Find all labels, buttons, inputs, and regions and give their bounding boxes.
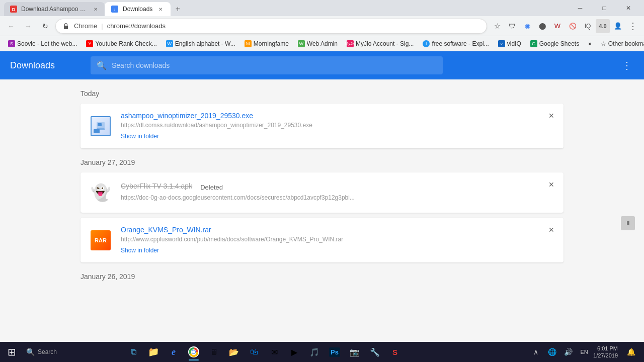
close-button[interactable]: ✕ xyxy=(617,0,640,16)
maximize-button[interactable]: □ xyxy=(593,0,616,16)
omnibox-separator: | xyxy=(101,22,103,30)
tab-downloads[interactable]: ↓ Downloads ✕ xyxy=(105,2,171,16)
extension-3-icon[interactable]: W xyxy=(550,19,565,33)
pause-downloads-button[interactable]: ⏸ xyxy=(621,216,635,230)
extension-5-icon[interactable]: IQ xyxy=(581,19,595,33)
tray-keyboard-icon[interactable]: EN xyxy=(577,345,591,359)
bookmark-favicon-vidiq: v xyxy=(498,40,505,47)
omnibox-url: chrome://downloads xyxy=(107,22,166,30)
taskbar-file-explorer[interactable]: 📁 xyxy=(144,342,163,361)
taskbar-camera[interactable]: 📷 xyxy=(345,342,364,361)
taskbar-folder[interactable]: 📂 xyxy=(224,342,244,361)
omnibox-site: Chrome xyxy=(74,22,97,30)
search-input[interactable] xyxy=(112,61,437,69)
exe-icon xyxy=(91,116,111,136)
taskbar-chrome[interactable] xyxy=(184,342,203,361)
rar-icon: RAR xyxy=(91,230,111,250)
bookmark-freesoftware[interactable]: f free software - Expl... xyxy=(419,38,493,50)
bookmark-favicon-soovle: S xyxy=(8,40,15,47)
download-filename-orange[interactable]: Orange_KVMS_Pro_WIN.rar xyxy=(121,226,555,234)
taskbar-app14[interactable]: 🔧 xyxy=(365,342,384,361)
taskbar-control-panel[interactable]: 🖥 xyxy=(204,342,223,361)
download-info-orange: Orange_KVMS_Pro_WIN.rar http://www.cpplu… xyxy=(121,226,555,254)
download-filename-cyberflix: CyberFlix TV 3.1.4.apk xyxy=(121,182,192,190)
tray-volume-icon[interactable]: 🔊 xyxy=(561,345,575,359)
new-tab-button[interactable]: + xyxy=(171,2,185,16)
bookmark-favicon-myjio: MyJio xyxy=(347,40,354,47)
remove-ashampoo-button[interactable]: ✕ xyxy=(545,110,557,122)
bookmarks-bar: S Soovle - Let the web... Y Youtube Rank… xyxy=(0,36,644,51)
bookmark-vidiq[interactable]: v vidIQ xyxy=(494,38,525,50)
tab-download-ashampoo[interactable]: D Download Ashampoo WinOpti... ✕ xyxy=(4,2,105,16)
download-card-cyberflix: 👻 CyberFlix TV 3.1.4.apk Deleted https:/… xyxy=(80,172,564,213)
taskbar-app11[interactable]: 🎵 xyxy=(305,342,324,361)
tab-close-active-btn[interactable]: ✕ xyxy=(156,5,165,13)
taskbar-task-view[interactable]: ⧉ xyxy=(124,342,143,361)
bookmark-other[interactable]: ☆ Other bookmarks xyxy=(597,38,644,50)
bookmark-youtube[interactable]: Y Youtube Rank Check... xyxy=(82,38,160,50)
title-bar: D Download Ashampoo WinOpti... ✕ ↓ Downl… xyxy=(0,0,644,16)
bookmark-favicon-freesoftware: f xyxy=(423,40,430,47)
extension-1-icon[interactable]: ◉ xyxy=(520,19,534,33)
taskbar-store[interactable]: 🛍 xyxy=(245,342,264,361)
taskbar-app10[interactable]: ▶ xyxy=(285,342,304,361)
tab-close-btn[interactable]: ✕ xyxy=(92,5,99,13)
bookmark-morningfame[interactable]: M Morningfame xyxy=(240,38,293,50)
download-filename-ashampoo[interactable]: ashampoo_winoptimizer_2019_29530.exe xyxy=(121,112,555,120)
bookmark-webadmin[interactable]: W Web Admin xyxy=(294,38,342,50)
bookmark-favicon-morningfame: M xyxy=(245,40,252,47)
bookmark-myjio[interactable]: MyJio MyJio Account - Sig... xyxy=(343,38,418,50)
svg-rect-7 xyxy=(97,128,105,130)
bookmark-soovle[interactable]: S Soovle - Let the web... xyxy=(4,38,81,50)
start-button[interactable]: ⊞ xyxy=(2,342,21,361)
download-icon-cyberflix: 👻 xyxy=(89,180,113,205)
date-label-jan27: January 27, 2019 xyxy=(80,158,564,166)
extension-4-icon[interactable]: 🚫 xyxy=(566,19,580,33)
taskbar-photoshop[interactable]: Ps xyxy=(325,342,344,361)
star-button[interactable]: ☆ xyxy=(490,19,504,33)
taskbar: ⊞ 🔍 Search ⧉ 📁 e 🖥 📂 🛍 ✉ ▶ 🎵 xyxy=(0,342,644,362)
forward-button[interactable]: → xyxy=(21,19,35,33)
bookmark-favicon-sheets: G xyxy=(530,40,537,47)
remove-cyberflix-button[interactable]: ✕ xyxy=(545,178,557,191)
bookmark-favicon-english: W xyxy=(166,40,173,47)
bookmark-more[interactable]: » xyxy=(584,38,596,50)
tray-notification-icon[interactable]: 🔔 xyxy=(624,345,638,359)
refresh-button[interactable]: ↻ xyxy=(38,19,52,33)
extension-2-icon[interactable]: ⬤ xyxy=(535,19,549,33)
address-bar: ← → ↻ Chrome | chrome://downloads ☆ 🛡 ◉ … xyxy=(0,16,644,36)
tab-label: Download Ashampoo WinOpti... xyxy=(21,6,88,13)
taskbar-edge[interactable]: e xyxy=(164,342,183,361)
svg-text:D: D xyxy=(12,7,16,12)
back-button[interactable]: ← xyxy=(4,19,18,33)
date-label-jan26: January 26, 2019 xyxy=(80,273,564,281)
ghost-icon: 👻 xyxy=(91,183,111,202)
bookmark-sheets[interactable]: G Google Sheets xyxy=(526,38,583,50)
download-icon-ashampoo xyxy=(89,114,113,138)
extension-6-icon[interactable]: 4.0 xyxy=(596,19,610,33)
download-url-cyberflix: https://doc-0g-ao-docs.googleusercontent… xyxy=(121,194,423,201)
tray-show-hidden-icon[interactable]: ∧ xyxy=(529,345,543,359)
tab-favicon-ashampoo: D xyxy=(10,5,17,13)
downloads-header: Downloads 🔍 ⋮ xyxy=(0,51,644,79)
extension-7-icon[interactable]: 👤 xyxy=(611,19,625,33)
minimize-button[interactable]: ─ xyxy=(569,0,592,16)
remove-orange-button[interactable]: ✕ xyxy=(545,224,557,236)
downloads-page-title: Downloads xyxy=(10,60,80,71)
show-in-folder-orange[interactable]: Show in folder xyxy=(121,247,159,254)
search-box[interactable]: 🔍 xyxy=(91,56,443,74)
downloads-more-button[interactable]: ⋮ xyxy=(620,57,634,73)
chrome-icon xyxy=(188,346,199,357)
taskbar-mail[interactable]: ✉ xyxy=(265,342,284,361)
tab-label-active: Downloads xyxy=(123,6,152,13)
more-button[interactable]: ⋮ xyxy=(626,19,640,33)
section-jan27: January 27, 2019 👻 CyberFlix TV 3.1.4.ap… xyxy=(80,158,564,262)
omnibox[interactable]: Chrome | chrome://downloads xyxy=(55,19,487,34)
taskbar-search[interactable]: 🔍 Search xyxy=(22,342,123,361)
tray-network-icon[interactable]: 🌐 xyxy=(545,345,559,359)
bookmark-english[interactable]: W English alphabet - W... xyxy=(162,38,239,50)
tray-clock[interactable]: 6:01 PM 1/27/2019 xyxy=(593,345,622,359)
taskbar-tray: ∧ 🌐 🔊 EN 6:01 PM 1/27/2019 🔔 xyxy=(529,345,642,359)
taskbar-app15[interactable]: S xyxy=(385,342,405,361)
show-in-folder-ashampoo[interactable]: Show in folder xyxy=(121,133,159,140)
